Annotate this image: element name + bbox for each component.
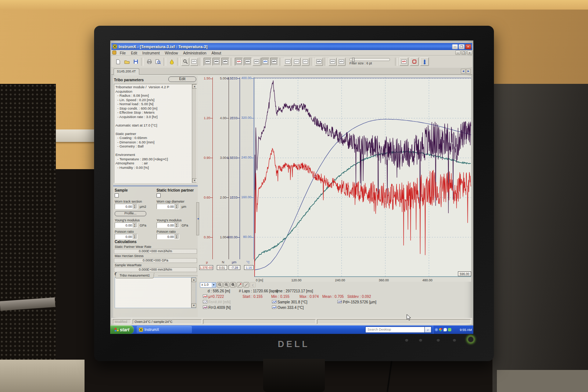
window-close-button[interactable]: ×	[465, 44, 471, 49]
monitor-button-1[interactable]	[405, 338, 408, 342]
wave-single-icon[interactable]	[315, 58, 323, 66]
series-legend-icon[interactable]	[203, 295, 207, 298]
tray-balloon-icon[interactable]	[444, 328, 447, 331]
wave-pair-1-icon[interactable]	[329, 58, 337, 66]
menu-instrument[interactable]: Instrument	[140, 51, 162, 55]
stat-row2-2: Min : 0.155	[271, 295, 289, 299]
toolbar-separator	[325, 58, 327, 66]
second-monitor-edge	[492, 84, 588, 392]
window-minimize-button[interactable]: –	[452, 44, 458, 49]
series-legend-icon[interactable]	[203, 306, 207, 309]
spinner-arrows-icon[interactable]: ▲ ▼	[175, 235, 179, 239]
profile-button[interactable]: Profile...	[115, 211, 146, 216]
stat-row1-0: d : 595.26 [m]	[208, 289, 230, 293]
monitor-button-2[interactable]	[419, 338, 422, 342]
mdi-minimize-button[interactable]: –	[455, 50, 460, 55]
spinner-arrows-icon[interactable]: ▲ ▼	[133, 204, 137, 209]
stop-marker-icon[interactable]	[410, 57, 419, 66]
document-tab[interactable]: S145.200.4T	[114, 68, 139, 75]
wave-dark2-icon[interactable]	[270, 58, 278, 66]
calculations-heading: Calculations	[115, 240, 136, 244]
print-icon[interactable]	[145, 58, 153, 66]
stat-row1-1: # Laps : 11720.66 [laps]	[239, 289, 278, 293]
search-icon[interactable]: ⌕	[425, 327, 431, 333]
partner-poisson-input[interactable]: 0.00▲ ▼	[157, 234, 179, 239]
wave-pair-2-icon[interactable]	[337, 58, 345, 66]
tray-color-icon[interactable]	[439, 328, 442, 331]
line-pen-button[interactable]	[243, 282, 249, 288]
sample-poisson-input[interactable]: 0.00▲ ▼	[115, 234, 137, 239]
series-legend-icon[interactable]	[337, 300, 342, 303]
calc-value-2: 0.000E+000 mm3/N/m	[114, 267, 197, 272]
save-icon[interactable]	[132, 58, 140, 66]
menu-window[interactable]: Window	[162, 51, 181, 55]
filter-drop-icon[interactable]	[168, 58, 176, 66]
chart-dark-2-icon[interactable]	[212, 58, 220, 66]
calc-value-1: 0.000E+000 GPa	[114, 258, 197, 263]
tray-clock: 9:55 AM	[460, 328, 472, 332]
mdi-close-button[interactable]: ×	[467, 50, 472, 55]
chart-dark-1-icon[interactable]	[204, 58, 212, 66]
print-preview-icon[interactable]	[154, 58, 162, 66]
partner-field-input[interactable]: 0.00▲ ▼	[157, 204, 179, 209]
zoom-out-button[interactable]	[217, 282, 223, 288]
new-file-icon[interactable]	[114, 58, 122, 66]
chart-frame-icon[interactable]	[190, 58, 198, 66]
spinner-arrows-icon[interactable]: ▲ ▼	[175, 223, 179, 227]
zoom-in-button[interactable]	[223, 282, 229, 288]
open-folder-icon[interactable]	[123, 58, 131, 66]
probe-icon[interactable]	[420, 57, 429, 66]
sample-checkbox[interactable]	[115, 193, 119, 197]
spinner-arrows-icon[interactable]: ▲ ▼	[133, 235, 137, 239]
search-input[interactable]: Search Desktop	[365, 327, 425, 333]
sample-young-unit: GPa	[140, 224, 146, 227]
spinner-arrows-icon[interactable]: ▲ ▼	[175, 204, 179, 209]
menu-edit[interactable]: Edit	[128, 51, 140, 55]
wave-red-icon[interactable]	[235, 58, 243, 66]
wave-gray-icon[interactable]	[252, 58, 261, 66]
monitor-power-button[interactable]	[467, 336, 474, 343]
wave-red-live-icon[interactable]	[399, 57, 408, 66]
menu-file[interactable]: File	[117, 51, 128, 55]
chart-dark-3-icon[interactable]	[221, 58, 229, 66]
stat-row2-5: Stddev : 0.092	[347, 295, 371, 299]
wave-light-3-icon[interactable]	[301, 58, 309, 66]
window-restore-button[interactable]: ❐	[459, 44, 465, 49]
series-legend-icon[interactable]	[272, 306, 276, 309]
wave-light-2-icon[interactable]	[293, 58, 301, 66]
tab-scroll-right-icon[interactable]: ►	[466, 69, 471, 74]
slider-thumb[interactable]	[352, 58, 355, 62]
menu-about[interactable]: About	[209, 51, 224, 55]
sample-field-input[interactable]: 0.00▲ ▼	[115, 204, 137, 209]
measurement-tab[interactable]: Tribo measurement1	[115, 273, 154, 278]
wave-blue-icon[interactable]	[261, 58, 269, 66]
zoom-window-button[interactable]	[230, 282, 236, 288]
filter-size-slider[interactable]	[349, 58, 390, 61]
series-legend-icon[interactable]	[272, 300, 276, 303]
menu-administration[interactable]: Administration	[180, 51, 209, 55]
monitor-button-4[interactable]	[453, 338, 456, 342]
stat-row3-0: Fn=#.## [mN]	[203, 300, 231, 304]
stat-row4-1: Oven 333.4 [°C]	[272, 306, 304, 310]
zoom-icon[interactable]	[181, 58, 189, 66]
partner-young-input[interactable]: 0.00▲ ▼	[157, 222, 179, 228]
partner-checkbox[interactable]	[157, 193, 161, 197]
sample-heading: Sample	[115, 188, 128, 192]
sample-field-unit: µm2	[140, 205, 146, 209]
wave-light-1-icon[interactable]	[284, 58, 292, 66]
tray-green-icon[interactable]	[448, 328, 451, 331]
mdi-restore-button[interactable]: ❐	[461, 50, 466, 55]
oven-sample-status: Oven:24°C / sample:24°C	[133, 319, 202, 324]
sample-young-input[interactable]: 0.00▲ ▼	[115, 222, 137, 228]
marker-pen-button[interactable]	[237, 282, 243, 288]
wave-dark-icon[interactable]	[244, 58, 252, 66]
spinner-arrows-icon[interactable]: ▲ ▼	[133, 223, 137, 227]
series-legend-icon[interactable]	[203, 300, 207, 303]
panel-collapse-arrow-icon[interactable]: ◄	[196, 202, 199, 235]
taskbar-app-button[interactable]: InstrumX	[137, 326, 192, 333]
tray-back-icon[interactable]	[435, 328, 438, 331]
zoom-level-select[interactable]: x 1.0▼	[200, 282, 216, 288]
start-button[interactable]: start	[110, 325, 134, 334]
monitor-button-3[interactable]	[437, 338, 440, 342]
tab-scroll-left-icon[interactable]: ◄	[461, 69, 466, 74]
